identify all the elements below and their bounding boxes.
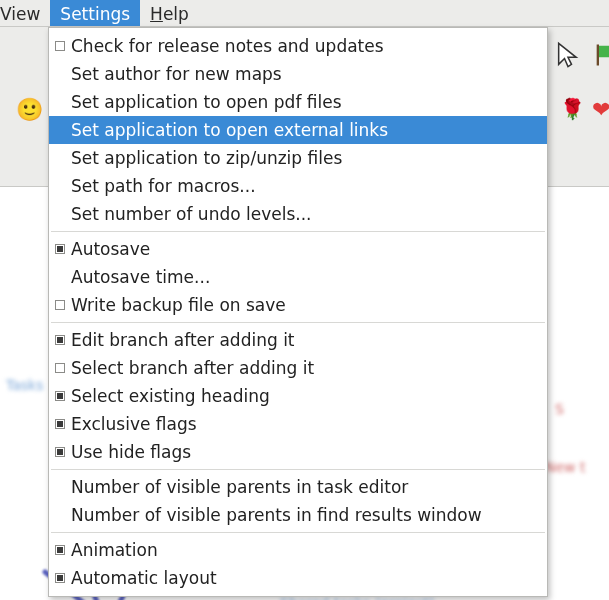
menu-view[interactable]: View xyxy=(0,0,50,26)
spacer-icon xyxy=(53,95,67,109)
canvas-node: Tasks xyxy=(6,377,44,393)
menu-item-label: Write backup file on save xyxy=(71,295,537,315)
menu-help[interactable]: Help xyxy=(140,0,199,26)
menu-separator xyxy=(51,322,545,323)
menu-item-label: Autosave time... xyxy=(71,267,537,287)
spacer-icon xyxy=(53,207,67,221)
menu-item-label: Number of visible parents in find result… xyxy=(71,505,537,525)
flag-green-icon[interactable] xyxy=(592,41,609,69)
menu-item-select-existing-heading[interactable]: Select existing heading xyxy=(49,382,547,410)
menu-item-set-undo-levels[interactable]: Set number of undo levels... xyxy=(49,200,547,228)
menu-item-write-backup[interactable]: Write backup file on save xyxy=(49,291,547,319)
checkbox-icon xyxy=(53,333,67,347)
checkbox-icon xyxy=(53,298,67,312)
spacer-icon xyxy=(53,508,67,522)
menu-item-label: Edit branch after adding it xyxy=(71,330,537,350)
menu-item-check-updates[interactable]: Check for release notes and updates xyxy=(49,32,547,60)
checkbox-icon xyxy=(53,571,67,585)
menu-item-label: Set author for new maps xyxy=(71,64,537,84)
checkbox-icon xyxy=(53,389,67,403)
menu-help-ul: H xyxy=(150,4,163,24)
menu-bar: View Settings Help xyxy=(0,0,609,27)
menu-item-label: Automatic layout xyxy=(71,568,537,588)
checkbox-icon xyxy=(53,242,67,256)
cursor-icon[interactable] xyxy=(554,41,582,69)
menu-item-set-external-links-app[interactable]: Set application to open external links xyxy=(49,116,547,144)
menu-item-set-zip-app[interactable]: Set application to zip/unzip files xyxy=(49,144,547,172)
menu-separator xyxy=(51,532,545,533)
heart-icon[interactable]: ❤ xyxy=(592,97,609,122)
menu-item-autosave[interactable]: Autosave xyxy=(49,235,547,263)
menu-item-label: Set path for macros... xyxy=(71,176,537,196)
menu-item-label: Set application to zip/unzip files xyxy=(71,148,537,168)
menu-item-label: Set number of undo levels... xyxy=(71,204,537,224)
checkbox-icon xyxy=(53,543,67,557)
menu-separator xyxy=(51,231,545,232)
checkbox-icon xyxy=(53,361,67,375)
menu-item-set-macro-path[interactable]: Set path for macros... xyxy=(49,172,547,200)
menu-item-label: Use hide flags xyxy=(71,442,537,462)
menu-item-label: Check for release notes and updates xyxy=(71,36,537,56)
menu-item-label: Select existing heading xyxy=(71,386,537,406)
spacer-icon xyxy=(53,67,67,81)
menu-item-select-branch-after-add[interactable]: Select branch after adding it xyxy=(49,354,547,382)
menu-item-set-pdf-app[interactable]: Set application to open pdf files xyxy=(49,88,547,116)
menu-item-set-author[interactable]: Set author for new maps xyxy=(49,60,547,88)
menu-item-label: Set application to open external links xyxy=(71,120,537,140)
menu-item-use-hide-flags[interactable]: Use hide flags xyxy=(49,438,547,466)
menu-separator xyxy=(51,469,545,470)
smiley-icon[interactable]: 🙂 xyxy=(16,97,43,122)
menu-item-label: Number of visible parents in task editor xyxy=(71,477,537,497)
checkbox-icon xyxy=(53,39,67,53)
menu-item-autosave-time[interactable]: Autosave time... xyxy=(49,263,547,291)
spacer-icon xyxy=(53,270,67,284)
spacer-icon xyxy=(53,123,67,137)
menu-help-rest: elp xyxy=(163,4,189,24)
spacer-icon xyxy=(53,151,67,165)
menu-item-animation[interactable]: Animation xyxy=(49,536,547,564)
spacer-icon xyxy=(53,480,67,494)
canvas-node: New t xyxy=(545,459,585,475)
settings-menu: Check for release notes and updates Set … xyxy=(48,27,548,597)
menu-item-label: Exclusive flags xyxy=(71,414,537,434)
menu-item-label: Select branch after adding it xyxy=(71,358,537,378)
menu-item-label: Animation xyxy=(71,540,537,560)
checkbox-icon xyxy=(53,445,67,459)
menu-item-label: Autosave xyxy=(71,239,537,259)
menu-item-edit-branch-after-add[interactable]: Edit branch after adding it xyxy=(49,326,547,354)
menu-item-visible-parents-task[interactable]: Number of visible parents in task editor xyxy=(49,473,547,501)
spacer-icon xyxy=(53,179,67,193)
checkbox-icon xyxy=(53,417,67,431)
canvas-node: S xyxy=(555,401,564,417)
menu-item-visible-parents-find[interactable]: Number of visible parents in find result… xyxy=(49,501,547,529)
menu-item-label: Set application to open pdf files xyxy=(71,92,537,112)
svg-rect-0 xyxy=(597,45,599,66)
menu-item-automatic-layout[interactable]: Automatic layout xyxy=(49,564,547,592)
menu-settings[interactable]: Settings xyxy=(50,0,140,26)
menu-item-exclusive-flags[interactable]: Exclusive flags xyxy=(49,410,547,438)
rose-icon[interactable]: 🌹 xyxy=(560,97,585,121)
